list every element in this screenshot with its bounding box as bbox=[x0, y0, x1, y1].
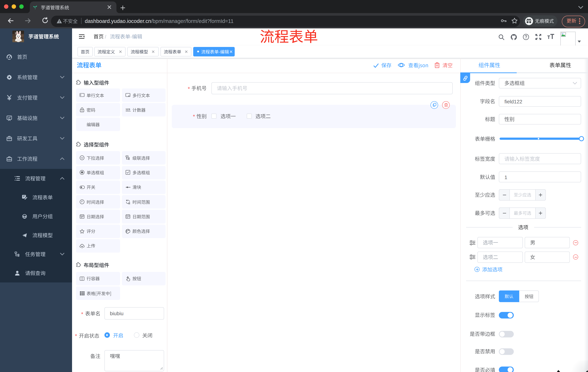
svg-text:123: 123 bbox=[125, 108, 130, 111]
